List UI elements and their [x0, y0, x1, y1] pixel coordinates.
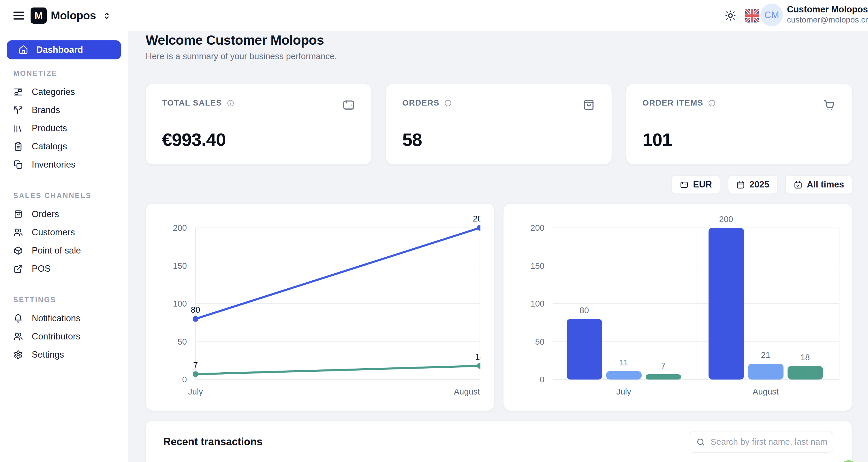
bar-value-label: 80	[580, 306, 589, 315]
sidebar-item-label: Brands	[32, 105, 60, 115]
bar-chart-card: 05010015020080117July2002118August	[503, 203, 852, 411]
year-filter-button[interactable]: 2025	[728, 175, 777, 194]
hamburger-menu-icon[interactable]	[12, 9, 25, 22]
library-icon	[13, 123, 23, 133]
bar-tertiary-bars	[787, 366, 823, 379]
bar-primary-bars	[709, 228, 744, 379]
bar-value-label: 7	[661, 361, 665, 371]
stat-value-orders: 58	[402, 129, 595, 150]
y-axis-tick: 0	[521, 375, 545, 384]
y-axis-tick: 50	[158, 337, 187, 346]
sidebar-item-notifications[interactable]: Notifications	[0, 309, 128, 327]
year-filter-label: 2025	[749, 179, 769, 190]
app-root: Dashboard MONETIZECategoriesBrandsProduc…	[0, 0, 868, 462]
sidebar-item-inventories[interactable]: Inventories	[0, 155, 128, 174]
page-title: Welcome Customer Molopos	[146, 32, 324, 48]
info-icon[interactable]	[227, 99, 235, 107]
bar-value-label: 18	[801, 353, 810, 362]
line-series-svg	[195, 228, 480, 379]
topbar: M Molopos CM Customer Molopos customer@m…	[0, 0, 868, 31]
brand-logo[interactable]: M	[31, 7, 47, 24]
currency-filter-button[interactable]: EUR	[672, 175, 720, 194]
package-icon	[13, 246, 23, 255]
time-range-filter-label: All times	[807, 179, 844, 190]
sidebar-item-point-of-sale[interactable]: Point of sale	[0, 241, 128, 259]
recent-transactions-title: Recent transactions	[163, 436, 262, 448]
y-axis-tick: 0	[158, 375, 187, 384]
copy-icon	[13, 160, 23, 170]
x-axis-label: July	[188, 387, 203, 397]
page-subtitle: Here is a summary of your business perfo…	[146, 51, 337, 61]
x-axis-label: July	[616, 387, 631, 397]
stat-card-orders: ORDERS 58	[386, 84, 612, 165]
calendar-icon	[736, 180, 745, 189]
language-flag-uk-icon[interactable]	[745, 9, 759, 23]
sidebar-item-dashboard[interactable]: Dashboard	[7, 40, 121, 59]
bar-value-label: 21	[761, 350, 770, 360]
gear-icon	[13, 350, 23, 360]
line-chart-card: 05010015020080200718JulyAugust	[146, 203, 495, 411]
sidebar-item-categories[interactable]: Categories	[0, 83, 128, 101]
info-icon[interactable]	[708, 99, 716, 107]
sidebar: Dashboard MONETIZECategoriesBrandsProduc…	[0, 0, 128, 462]
home-icon	[19, 45, 28, 55]
y-axis-tick: 200	[158, 223, 187, 233]
stat-value-total-sales: €993.40	[162, 129, 355, 150]
sidebar-section-title: SETTINGS	[0, 296, 128, 304]
currency-filter-label: EUR	[693, 179, 712, 190]
sidebar-item-orders[interactable]: Orders	[0, 205, 128, 223]
users-icon	[13, 332, 23, 341]
sidebar-section-title: MONETIZE	[0, 69, 128, 78]
sidebar-item-settings[interactable]: Settings	[0, 345, 128, 364]
time-range-filter-button[interactable]: All times	[785, 175, 852, 194]
stat-value-order-items: 101	[643, 129, 836, 150]
avatar-initials: CM	[764, 9, 779, 21]
sidebar-item-label: Dashboard	[36, 45, 83, 55]
wallet-icon	[342, 98, 355, 112]
y-axis-tick: 100	[158, 299, 187, 309]
shopping-bag-icon	[582, 98, 595, 112]
user-info[interactable]: Customer Molopos customer@molopos.cm	[787, 4, 862, 25]
sidebar-item-pos[interactable]: POS	[0, 259, 128, 278]
sidebar-item-label: Catalogs	[32, 141, 67, 152]
calendar-check-icon	[794, 180, 803, 189]
sidebar-item-label: Contributors	[32, 331, 81, 342]
sidebar-section-title: SALES CHANNELS	[0, 191, 128, 200]
external-link-icon	[13, 264, 23, 274]
user-avatar[interactable]: CM	[761, 4, 783, 26]
bar-chart: 05010015020080117July2002118August	[521, 212, 839, 400]
info-icon[interactable]	[444, 99, 452, 107]
x-axis-label: August	[454, 387, 480, 397]
sidebar-item-label: Point of sale	[32, 245, 81, 256]
sidebar-item-label: Products	[32, 123, 67, 133]
sidebar-item-customers[interactable]: Customers	[0, 223, 128, 241]
sidebar-item-products[interactable]: Products	[0, 119, 128, 137]
clipboard-icon	[13, 142, 23, 151]
sidebar-item-label: Customers	[32, 227, 75, 238]
user-email: customer@molopos.cm	[787, 15, 862, 25]
stat-card-order-items: ORDER ITEMS 101	[626, 84, 852, 165]
brand-name: Molopos	[51, 9, 96, 22]
x-axis-label: August	[753, 387, 779, 397]
bar-secondary-bars	[606, 371, 642, 379]
sidebar-item-contributors[interactable]: Contributors	[0, 327, 128, 345]
y-axis-tick: 150	[158, 261, 187, 271]
sidebar-item-label: Notifications	[32, 313, 81, 324]
bell-icon	[13, 313, 23, 323]
wallet-icon	[680, 180, 689, 189]
bar-primary-bars	[567, 319, 602, 379]
shopping-bag-icon	[13, 209, 23, 219]
bar-value-label: 11	[619, 358, 628, 367]
stat-label: TOTAL SALES	[162, 98, 222, 107]
theme-toggle-sun-icon[interactable]	[724, 9, 737, 22]
y-axis-tick: 100	[521, 299, 545, 309]
recent-transactions-card: Recent transactions	[146, 421, 852, 462]
sidebar-item-brands[interactable]: Brands	[0, 101, 128, 119]
chevrons-up-down-icon[interactable]	[101, 11, 112, 21]
gridline	[839, 228, 839, 379]
sidebar-item-catalogs[interactable]: Catalogs	[0, 137, 128, 155]
gridline	[696, 228, 697, 379]
stat-label: ORDERS	[402, 98, 439, 107]
brand-logo-letter: M	[35, 10, 43, 21]
search-input[interactable]	[689, 431, 833, 452]
